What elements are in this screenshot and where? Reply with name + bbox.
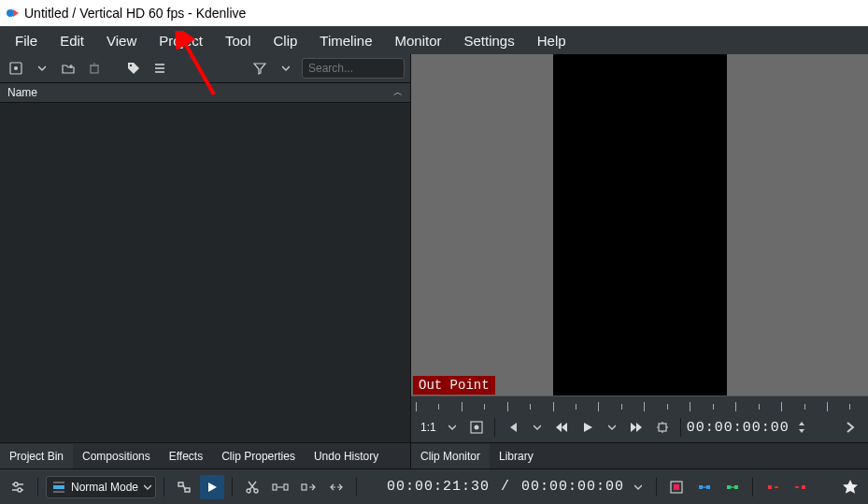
add-clip-dropdown[interactable] [32,56,52,80]
marker-green-icon[interactable] [720,475,745,499]
svg-rect-16 [273,484,277,490]
svg-rect-11 [53,485,64,489]
tab-compositions[interactable]: Compositions [73,444,160,468]
monitor-ruler[interactable] [411,396,868,412]
monitor-timecode[interactable]: 00:00:00:00 [687,420,790,436]
record-icon[interactable] [464,415,489,439]
svg-rect-8 [659,424,666,431]
chevron-down-icon [144,483,151,491]
project-bin-panel: Name ︿ Project Bin Compositions Effects … [0,54,411,468]
svg-rect-20 [674,484,679,490]
monitor-view[interactable]: Out Point [411,54,868,396]
monitor-next-icon[interactable] [838,415,862,439]
monitor-scale-label[interactable]: 1:1 [417,421,440,434]
svg-rect-26 [802,485,805,489]
bin-column-header[interactable]: Name ︿ [0,82,410,103]
left-tabs: Project Bin Compositions Effects Clip Pr… [0,442,410,468]
tab-effects[interactable]: Effects [160,444,212,468]
cut-icon[interactable] [240,475,264,499]
menu-edit[interactable]: Edit [49,28,95,53]
timecode-separator: / [493,479,518,495]
monitor-panel: Out Point 1:1 00:00:00:00 Clip Monitor L… [411,54,868,468]
bin-toolbar [0,54,410,82]
menu-clip[interactable]: Clip [263,28,309,53]
svg-rect-22 [706,485,710,489]
settings-slider-icon[interactable] [6,475,30,499]
svg-rect-13 [53,491,64,493]
tab-undo-history[interactable]: Undo History [305,444,388,468]
search-input[interactable] [302,58,405,79]
svg-point-7 [474,425,478,430]
tag-icon[interactable] [123,56,144,80]
play-dropdown[interactable] [602,415,622,439]
menu-monitor[interactable]: Monitor [383,28,452,53]
svg-point-9 [14,482,18,486]
filter-icon[interactable] [249,56,270,80]
play-icon[interactable] [576,415,600,439]
favorite-icon[interactable] [838,475,862,499]
zone-color1-icon[interactable] [664,475,689,499]
svg-rect-25 [768,485,772,489]
marker-red2-icon[interactable] [789,475,813,499]
right-tabs: Clip Monitor Library [411,442,868,468]
tab-project-bin[interactable]: Project Bin [0,444,73,468]
edit-mode-icon[interactable] [650,415,675,439]
delete-clip-button[interactable] [84,56,105,80]
tc-dropdown[interactable] [628,475,648,499]
svg-rect-21 [699,485,703,489]
svg-rect-18 [302,484,306,490]
svg-point-5 [130,65,132,66]
window-title: Untitled / Vertical HD 60 fps - Kdenlive [24,6,246,21]
timeline-play-icon[interactable] [200,475,224,499]
timecode-current[interactable]: 00:00:21:30 [387,479,490,495]
menu-project[interactable]: Project [148,28,214,53]
marker-blue-icon[interactable] [692,475,717,499]
tab-clip-monitor[interactable]: Clip Monitor [411,444,490,468]
insert-zone-icon[interactable] [296,475,320,499]
svg-rect-24 [734,485,738,489]
svg-rect-12 [53,482,64,483]
sort-indicator-icon: ︿ [393,86,403,99]
window-titlebar: Untitled / Vertical HD 60 fps - Kdenlive [0,0,868,26]
composition-icon[interactable] [172,475,196,499]
monitor-controls: 1:1 00:00:00:00 [411,412,868,442]
menu-help[interactable]: Help [526,28,577,53]
menu-timeline[interactable]: Timeline [308,28,383,53]
hamburger-icon[interactable] [149,56,170,80]
svg-rect-4 [91,65,98,73]
menubar: File Edit View Project Tool Clip Timelin… [0,26,868,54]
svg-rect-17 [284,484,288,490]
column-name: Name [7,86,37,99]
rewind-icon[interactable] [549,415,574,439]
app-icon [6,6,21,21]
edit-mode-select[interactable]: Normal Mode [46,476,156,498]
scale-dropdown[interactable] [442,415,462,439]
menu-tool[interactable]: Tool [214,28,263,53]
timeline-toolbar: Normal Mode 00:00:21:30 / 00:00:00:00 [0,468,868,504]
marker-red1-icon[interactable] [761,475,785,499]
svg-rect-23 [727,485,731,489]
tab-clip-properties[interactable]: Clip Properties [212,444,305,468]
bin-body[interactable] [0,103,410,442]
forward-icon[interactable] [624,415,648,439]
filter-dropdown[interactable] [276,56,296,80]
mode-icon [52,481,65,494]
create-folder-button[interactable] [58,56,78,80]
menu-settings[interactable]: Settings [453,28,526,53]
svg-point-10 [18,488,21,492]
tab-library[interactable]: Library [490,444,543,468]
go-start-dropdown[interactable] [527,415,548,439]
menu-view[interactable]: View [95,28,148,53]
monitor-frame [553,54,727,396]
go-start-icon[interactable] [501,415,525,439]
svg-point-3 [14,66,18,70]
menu-file[interactable]: File [4,28,49,53]
add-clip-button[interactable] [6,56,26,80]
overwrite-zone-icon[interactable] [324,475,349,499]
tc-spin-icon[interactable] [791,415,812,439]
out-point-label: Out Point [413,376,495,395]
mode-label: Normal Mode [71,481,138,494]
timecode-duration[interactable]: 00:00:00:00 [521,479,624,495]
svg-point-1 [7,9,14,17]
spacer-icon[interactable] [268,475,292,499]
